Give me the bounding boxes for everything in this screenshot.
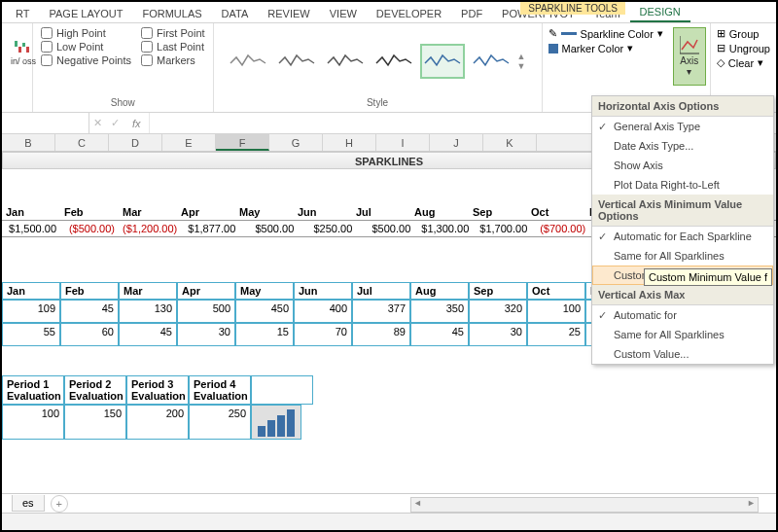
- chk-negative-points[interactable]: Negative Points: [41, 54, 131, 66]
- table2-month: May: [235, 282, 294, 300]
- table2-val: 89: [352, 323, 410, 346]
- style-3[interactable]: [323, 44, 368, 79]
- table2-val: 130: [119, 300, 177, 323]
- group-icon: ⊞: [717, 27, 725, 40]
- col-G[interactable]: G: [269, 134, 323, 151]
- style-4[interactable]: [371, 44, 416, 79]
- group-button[interactable]: ⊞Group: [717, 27, 770, 40]
- col-C[interactable]: C: [55, 134, 109, 151]
- table2-month: Oct: [527, 282, 585, 300]
- ribbon-tabs: RT PAGE LAYOUT FORMULAS DATA REVIEW VIEW…: [2, 2, 776, 23]
- table1-value: ($700.00): [531, 221, 589, 236]
- horizontal-scrollbar[interactable]: [410, 497, 759, 513]
- horiz-axis-header: Horizontal Axis Options: [592, 96, 773, 117]
- col-B[interactable]: B: [2, 134, 55, 151]
- table2-month: Apr: [177, 282, 235, 300]
- col-D[interactable]: D: [109, 134, 162, 151]
- gallery-more-icon[interactable]: ▲▼: [517, 52, 526, 71]
- menu-plot-rtl[interactable]: Plot Data Right-to-Left: [592, 175, 773, 195]
- table1-month: Jun: [294, 204, 352, 220]
- table2-val: 320: [469, 300, 527, 323]
- tab-formulas[interactable]: FORMULAS: [132, 5, 211, 22]
- style-1[interactable]: [226, 44, 270, 79]
- table1-month: Aug: [410, 204, 469, 220]
- table2-val: 70: [294, 323, 352, 346]
- table2-val: 377: [352, 300, 410, 323]
- chk-high-point[interactable]: High Point: [41, 27, 131, 39]
- table3-val: 150: [64, 405, 126, 440]
- table2-val: 500: [177, 300, 235, 323]
- table2-month: Mar: [119, 282, 177, 300]
- name-box[interactable]: [2, 113, 89, 133]
- tab-review[interactable]: REVIEW: [258, 5, 319, 22]
- table2-val: 45: [60, 300, 119, 323]
- cancel-icon[interactable]: ✕: [93, 117, 102, 129]
- tab-design[interactable]: DESIGN: [630, 3, 690, 22]
- table3-header: Period 2 Evaluation: [64, 375, 126, 405]
- table2-month: Jul: [352, 282, 410, 300]
- chevron-down-icon: ▾: [687, 66, 691, 77]
- menu-general-axis[interactable]: General Axis Type: [592, 117, 773, 136]
- enter-icon[interactable]: ✓: [111, 117, 120, 129]
- menu-same-all-max[interactable]: Same for All Sparklines: [592, 325, 773, 344]
- chk-last-point[interactable]: Last Point: [141, 41, 205, 53]
- tab-data[interactable]: DATA: [212, 5, 259, 22]
- chk-first-point[interactable]: First Point: [141, 27, 205, 39]
- table1-month: May: [235, 204, 294, 220]
- table2-month: Aug: [410, 282, 469, 300]
- table2-val: 25: [527, 323, 585, 346]
- fx-icon[interactable]: fx: [128, 118, 145, 129]
- table2-val: 350: [410, 300, 469, 323]
- menu-custom-value-max[interactable]: Custom Value...: [592, 344, 773, 364]
- col-F[interactable]: F: [216, 134, 269, 151]
- new-sheet-button[interactable]: +: [51, 495, 68, 513]
- column-sparkline-cell[interactable]: [251, 405, 301, 440]
- svg-rect-2: [22, 43, 25, 47]
- menu-auto-each-max[interactable]: Automatic for: [592, 305, 773, 325]
- style-5-selected[interactable]: [420, 44, 465, 79]
- col-E[interactable]: E: [162, 134, 216, 151]
- table2-val: 30: [177, 323, 235, 346]
- menu-auto-each-min[interactable]: Automatic for Each Sparkline: [592, 227, 773, 246]
- group-style: ▲▼ Style: [214, 23, 543, 112]
- table1-value: $250.00: [298, 221, 356, 236]
- table1-value: ($500.00): [60, 221, 119, 236]
- status-bar: [2, 513, 776, 530]
- table3-val: 200: [126, 405, 189, 440]
- table1-month: Jul: [352, 204, 410, 220]
- col-J[interactable]: J: [430, 134, 483, 151]
- col-H[interactable]: H: [323, 134, 376, 151]
- group-show-label: Show: [41, 95, 205, 110]
- ungroup-button[interactable]: ⊟Ungroup: [717, 42, 770, 54]
- menu-same-all-min[interactable]: Same for All Sparklines: [592, 246, 773, 266]
- style-6[interactable]: [469, 44, 513, 79]
- chk-low-point[interactable]: Low Point: [41, 41, 131, 53]
- group-type: in/ oss: [2, 23, 33, 112]
- style-gallery[interactable]: ▲▼: [222, 27, 534, 95]
- axis-button[interactable]: Axis ▾: [673, 27, 706, 86]
- tab-view[interactable]: VIEW: [320, 5, 367, 22]
- eraser-icon: ◇: [717, 56, 725, 69]
- table1-value: $1,700.00: [473, 221, 531, 236]
- tab-page-layout[interactable]: PAGE LAYOUT: [39, 5, 132, 22]
- marker-color-button[interactable]: Marker Color▾: [548, 42, 663, 54]
- tab-developer[interactable]: DEVELOPER: [367, 5, 451, 22]
- group-style-label: Style: [222, 95, 534, 110]
- table1-value: $1,877.00: [181, 221, 239, 236]
- menu-show-axis[interactable]: Show Axis: [592, 156, 773, 175]
- table2-val: 15: [235, 323, 294, 346]
- style-2[interactable]: [274, 44, 319, 79]
- col-K[interactable]: K: [483, 134, 537, 151]
- col-I[interactable]: I: [376, 134, 430, 151]
- vert-max-header: Vertical Axis Max: [592, 285, 773, 305]
- chk-markers[interactable]: Markers: [141, 54, 205, 66]
- tab-pdf[interactable]: PDF: [451, 5, 492, 22]
- table2-val: 400: [294, 300, 352, 323]
- tooltip: Custom Minimum Value f: [644, 268, 772, 286]
- tab-rt[interactable]: RT: [6, 5, 39, 22]
- vert-min-header: Vertical Axis Minimum Value Options: [592, 195, 773, 227]
- sheet-tab[interactable]: es: [12, 495, 45, 512]
- menu-date-axis[interactable]: Date Axis Type...: [592, 136, 773, 156]
- sparkline-color-button[interactable]: ✎Sparkline Color▾: [548, 27, 663, 40]
- clear-button[interactable]: ◇Clear▾: [717, 56, 770, 69]
